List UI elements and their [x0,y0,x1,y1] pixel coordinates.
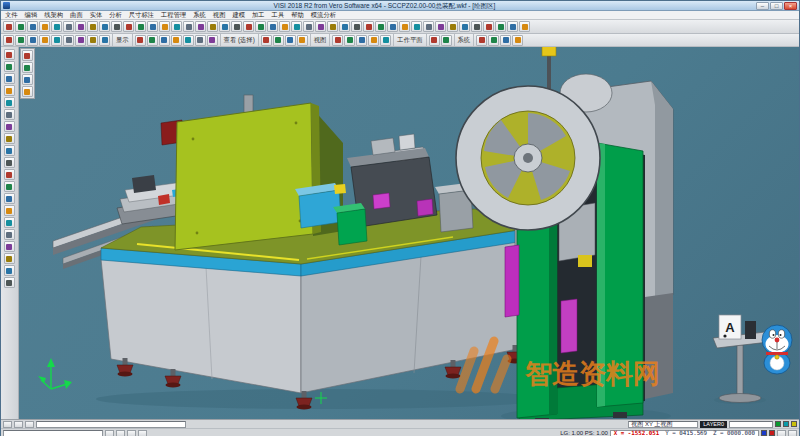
maximize-button[interactable]: □ [770,2,783,10]
toolbar-icon[interactable] [368,35,379,46]
status-tool-button[interactable] [777,430,786,436]
toolbar-icon[interactable] [4,133,15,144]
toolbar-icon[interactable] [4,109,15,120]
toolbar-icon[interactable] [483,21,494,32]
toolbar-icon[interactable] [507,21,518,32]
color-swatch-red[interactable] [769,430,775,436]
toolbar-icon[interactable] [27,35,38,46]
cad-3d-model[interactable]: A [19,47,799,419]
toolbar-icon[interactable] [87,35,98,46]
view-plane-field[interactable]: 视图 XY 上视图 [628,421,698,428]
menu-item-14[interactable]: 帮助 [291,11,304,19]
menu-item-6[interactable]: 分析 [109,11,122,19]
toolbar-icon[interactable] [4,169,15,180]
menu-item-1[interactable]: 文件 [5,11,18,19]
menu-item-3[interactable]: 线架构 [44,11,63,19]
toolbar-icon[interactable] [4,97,15,108]
status-tool-button[interactable] [25,421,34,428]
toolbar-icon[interactable] [51,21,62,32]
menu-item-10[interactable]: 视图 [213,11,226,19]
menu-item-7[interactable]: 尺寸标注 [129,11,154,19]
toolbar-icon[interactable] [380,35,391,46]
toolbar-icon[interactable] [363,21,374,32]
toolbar-icon[interactable] [500,35,511,46]
toolbar-icon[interactable] [27,21,38,32]
toolbar-icon[interactable] [4,265,15,276]
toolbar-icon[interactable] [171,21,182,32]
toolbar-icon[interactable] [183,35,194,46]
color-swatch-blue[interactable] [761,430,767,436]
toolbar-icon[interactable] [375,21,386,32]
toolbar-icon[interactable] [22,86,33,97]
toolbar-icon[interactable] [512,35,523,46]
toolbar-icon[interactable] [4,49,15,60]
toolbar-icon[interactable] [255,21,266,32]
toolbar-icon[interactable] [441,35,452,46]
status-tool-button[interactable] [138,430,147,436]
toolbar-icon[interactable] [332,35,343,46]
toolbar-icon[interactable] [22,62,33,73]
toolbar-icon[interactable] [4,157,15,168]
toolbar-icon[interactable] [4,85,15,96]
toolbar-icon[interactable] [63,35,74,46]
toolbar-icon[interactable] [327,21,338,32]
toolbar-icon[interactable] [279,21,290,32]
status-tool-button[interactable] [105,430,114,436]
toolbar-icon[interactable] [423,21,434,32]
status-tool-button[interactable] [116,430,125,436]
menu-item-4[interactable]: 曲面 [70,11,83,19]
toolbar-icon[interactable] [195,35,206,46]
close-button[interactable]: × [784,2,797,10]
toolbar-icon[interactable] [399,21,410,32]
toolbar-icon[interactable] [411,21,422,32]
toolbar-icon[interactable] [4,205,15,216]
menu-item-12[interactable]: 加工 [252,11,265,19]
toolbar-icon[interactable] [387,21,398,32]
toolbar-icon[interactable] [315,21,326,32]
menu-item-9[interactable]: 系统 [193,11,206,19]
toolbar-icon[interactable] [22,74,33,85]
toolbar-icon[interactable] [429,35,440,46]
menu-item-8[interactable]: 工程管理 [161,11,186,19]
toolbar-icon[interactable] [183,21,194,32]
command-input[interactable] [3,430,103,436]
toolbar-icon[interactable] [3,35,14,46]
toolbar-icon[interactable] [135,35,146,46]
status-tool-button[interactable] [14,421,23,428]
toolbar-icon[interactable] [4,229,15,240]
toolbar-icon[interactable] [39,21,50,32]
toolbar-icon[interactable] [351,21,362,32]
menu-item-13[interactable]: 工具 [272,11,285,19]
menu-item-2[interactable]: 编辑 [25,11,38,19]
toolbar-icon[interactable] [75,21,86,32]
toolbar-icon[interactable] [4,217,15,228]
toolbar-icon[interactable] [159,35,170,46]
toolbar-icon[interactable] [356,35,367,46]
toolbar-icon[interactable] [4,193,15,204]
toolbar-icon[interactable] [297,35,308,46]
toolbar-icon[interactable] [447,21,458,32]
toolbar-icon[interactable] [147,21,158,32]
toolbar-icon[interactable] [339,21,350,32]
toolbar-icon[interactable] [231,21,242,32]
toolbar-icon[interactable] [267,21,278,32]
toolbar-icon[interactable] [4,241,15,252]
menu-item-11[interactable]: 建模 [232,11,245,19]
toolbar-icon[interactable] [207,35,218,46]
toolbar-icon[interactable] [15,21,26,32]
toolbar-icon[interactable] [99,21,110,32]
toolbar-icon[interactable] [75,35,86,46]
layer-field[interactable]: LAYER0 [700,421,727,428]
toolbar-icon[interactable] [4,61,15,72]
prompt-field[interactable] [36,421,186,428]
status-tool-button[interactable] [788,430,797,436]
toolbar-icon[interactable] [476,35,487,46]
toolbar-icon[interactable] [471,21,482,32]
toolbar-icon[interactable] [99,35,110,46]
menu-item-5[interactable]: 实体 [90,11,103,19]
toolbar-icon[interactable] [195,21,206,32]
toolbar-icon[interactable] [3,21,14,32]
toolbar-icon[interactable] [219,21,230,32]
toolbar-icon[interactable] [207,21,218,32]
toolbar-icon[interactable] [519,21,530,32]
